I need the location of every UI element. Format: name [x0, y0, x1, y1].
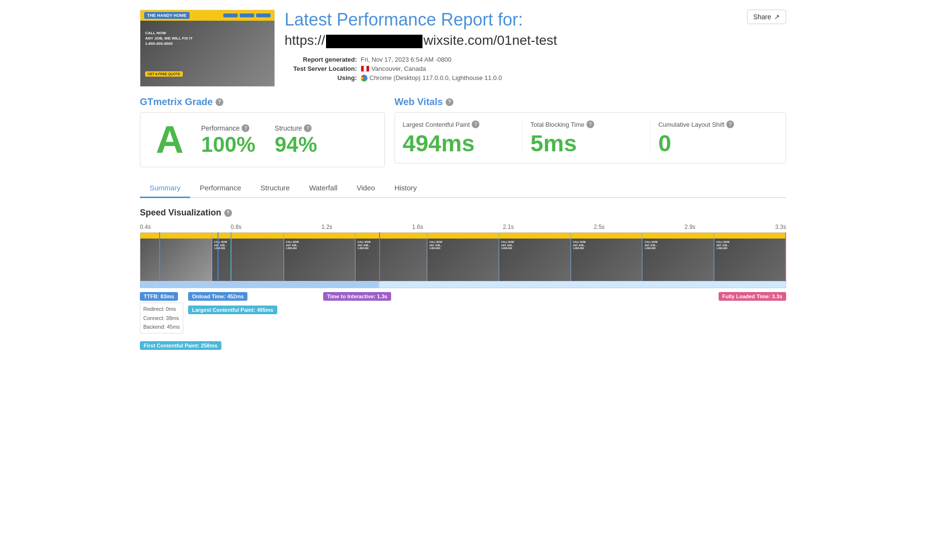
- fcp-badge: First Contentful Paint: 258ms: [140, 341, 221, 350]
- share-button[interactable]: Share ↗: [747, 10, 786, 24]
- filmstrip-frame-9: CALL NOWANY JOB...1-800-000: [714, 233, 786, 281]
- cls-label: Cumulative Layout Shift: [658, 121, 724, 128]
- filmstrip-frame-2: CALL NOWANY JOB...1-800-000: [212, 233, 284, 281]
- filmstrip-frame-1: [140, 233, 212, 281]
- performance-value: 100%: [201, 134, 256, 155]
- report-generated-value: Fri, Nov 17, 2023 6:54 AM -0800: [361, 56, 451, 63]
- report-title: Latest Performance Report for:: [285, 10, 557, 30]
- lcp-help-icon[interactable]: ?: [472, 120, 479, 128]
- ttfb-badge-group: TTFB: 83ms Redirect: 0ms Connect: 38ms B…: [140, 292, 183, 333]
- grade-box: A Performance ? 100% Structure ?: [140, 112, 385, 167]
- speed-visualization: Speed Visualization ? 0.4s 0.8s 1.2s 1.6…: [140, 208, 786, 350]
- ttfb-badge: TTFB: 83ms: [140, 292, 178, 301]
- filmstrip-frame-8: CALL NOWANY JOB...1-800-000: [642, 233, 714, 281]
- progress-bar: [140, 281, 786, 288]
- tab-waterfall[interactable]: Waterfall: [300, 179, 347, 198]
- timeline-ruler: 0.4s 0.8s 1.2s 1.6s 2.1s 2.5s 2.9s 3.3s: [140, 224, 786, 232]
- speed-viz-title: Speed Visualization: [140, 208, 221, 218]
- tbt-label: Total Blocking Time: [531, 121, 585, 128]
- tbt-value: 5ms: [531, 132, 642, 155]
- tab-history[interactable]: History: [385, 179, 427, 198]
- cls-value: 0: [658, 132, 770, 155]
- cls-help-icon[interactable]: ?: [726, 120, 734, 128]
- structure-metric: Structure ? 94%: [275, 124, 317, 155]
- tab-video[interactable]: Video: [347, 179, 385, 198]
- canada-flag-icon: [361, 66, 369, 72]
- tbt-vital: Total Blocking Time ? 5ms: [523, 120, 651, 155]
- fully-loaded-badge: Fully Loaded Time: 3.3s: [719, 292, 787, 301]
- filmstrip-frame-6: CALL NOWANY JOB...1-800-000: [499, 233, 571, 281]
- cls-vital: Cumulative Layout Shift ? 0: [651, 120, 778, 155]
- report-url: https://wixsite.com/01net-test: [285, 33, 557, 48]
- tab-performance[interactable]: Performance: [190, 179, 251, 198]
- filmstrip-frame-4: CALL NOWANY JOB...1-800-000: [355, 233, 427, 281]
- filmstrip-frame-7: CALL NOWANY JOB...1-800-000: [571, 233, 643, 281]
- structure-value: 94%: [275, 134, 317, 155]
- filmstrip-frame-5: CALL NOWANY JOB...1-800-000: [427, 233, 499, 281]
- gtmetrix-grade-section: GTmetrix Grade ? A Performance ? 100%: [140, 96, 385, 167]
- speed-viz-help-icon[interactable]: ?: [224, 209, 232, 217]
- web-vitals-title: Web Vitals: [395, 96, 443, 107]
- lcp-marker-line: [231, 232, 232, 281]
- performance-label: Performance: [201, 124, 240, 132]
- share-icon: ↗: [774, 13, 780, 21]
- chrome-icon: [361, 75, 368, 81]
- lcp-vital: Largest Contentful Paint ? 494ms: [403, 120, 523, 155]
- interactive-badge: Time to Interactive: 1.3s: [323, 292, 391, 301]
- web-vitals-section: Web Vitals ? Largest Contentful Paint ? …: [395, 96, 786, 167]
- server-location-value: Vancouver, Canada: [361, 65, 426, 72]
- tab-structure[interactable]: Structure: [251, 179, 300, 198]
- timing-badges-area: TTFB: 83ms Redirect: 0ms Connect: 38ms B…: [140, 292, 786, 350]
- using-value: Chrome (Desktop) 117.0.0.0, Lighthouse 1…: [361, 74, 502, 81]
- share-label: Share: [753, 13, 771, 21]
- filmstrip-container: CALL NOWANY JOB...1-800-000 CALL NOWANY …: [140, 232, 786, 281]
- structure-label: Structure: [275, 124, 302, 132]
- onload-marker-line: [218, 232, 218, 281]
- fully-loaded-marker-line: [785, 232, 786, 281]
- site-screenshot: THE HANDY HOME CALL NOWANY JOB, WE WILL …: [140, 10, 275, 87]
- lcp-value: 494ms: [403, 132, 515, 155]
- onload-badge: Onload Time: 452ms: [188, 292, 247, 301]
- web-vitals-help-icon[interactable]: ?: [446, 98, 453, 106]
- structure-help-icon[interactable]: ?: [304, 124, 312, 132]
- lcp-badge: Largest Contentful Paint: 495ms: [188, 306, 277, 314]
- vitals-box: Largest Contentful Paint ? 494ms Total B…: [395, 112, 786, 163]
- interactive-marker-line: [379, 232, 380, 281]
- gtmetrix-title: GTmetrix Grade: [140, 96, 213, 107]
- ttfb-marker-line: [159, 232, 160, 281]
- tbt-help-icon[interactable]: ?: [586, 120, 594, 128]
- performance-help-icon[interactable]: ?: [242, 124, 249, 132]
- using-label: Using:: [285, 74, 357, 81]
- tab-summary[interactable]: Summary: [140, 179, 190, 198]
- server-location-label: Test Server Location:: [285, 65, 357, 72]
- lcp-label: Largest Contentful Paint: [403, 121, 470, 128]
- filmstrip-frame-3: CALL NOWANY JOB...1-800-000: [284, 233, 356, 281]
- grade-letter: A: [148, 120, 191, 159]
- tab-bar: Summary Performance Structure Waterfall …: [140, 179, 786, 198]
- performance-metric: Performance ? 100%: [201, 124, 256, 155]
- filmstrip: CALL NOWANY JOB...1-800-000 CALL NOWANY …: [140, 232, 786, 281]
- report-generated-label: Report generated:: [285, 56, 357, 63]
- ttfb-details: Redirect: 0ms Connect: 38ms Backend: 45m…: [140, 303, 183, 333]
- gtmetrix-help-icon[interactable]: ?: [216, 98, 223, 106]
